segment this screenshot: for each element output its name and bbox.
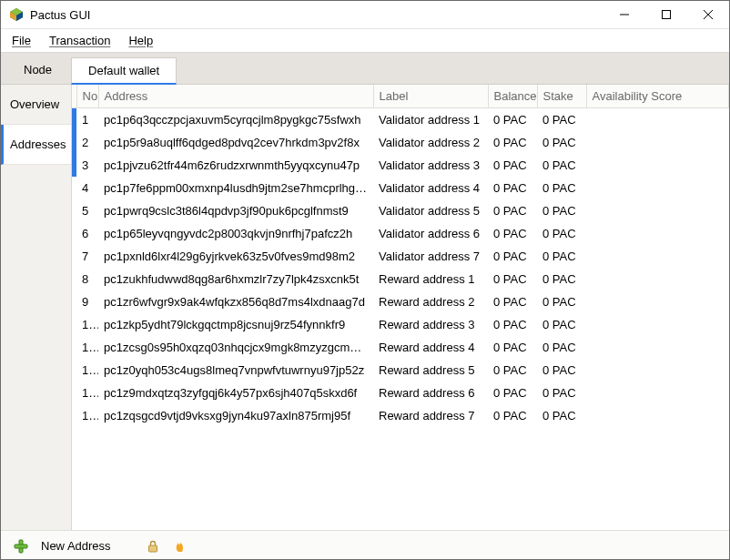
svg-rect-5 xyxy=(663,11,671,19)
new-address-button[interactable]: New Address xyxy=(41,539,111,553)
table-row[interactable]: 1pc1p6q3qcczpcjaxuvm5cyrqcjlm8pygkgc75sf… xyxy=(72,108,729,132)
table-row[interactable]: 3pc1pjvzu62tfr44m6z6rudzxrwnmth5yyqxcynu… xyxy=(72,154,729,177)
col-availability[interactable]: Availability Score xyxy=(586,85,729,108)
plus-icon[interactable] xyxy=(14,539,28,554)
tab-node[interactable]: Node xyxy=(6,56,69,84)
table-row[interactable]: 12pc1z0yqh053c4ugs8lmeq7vnpwfvtuwrnyu97j… xyxy=(72,359,729,382)
close-button[interactable] xyxy=(687,1,729,29)
menu-help[interactable]: Help xyxy=(127,32,155,49)
table-row[interactable]: 7pc1pxnld6lxr4l29g6yjrkvek63z5v0fves9md9… xyxy=(72,245,729,268)
table-row[interactable]: 2pc1p5r9a8uqlff6qdged8pdvq2cev7hrkdm3pv2… xyxy=(72,131,729,154)
col-stake[interactable]: Stake xyxy=(537,85,586,108)
flame-icon[interactable] xyxy=(173,539,188,554)
side-tab-addresses[interactable]: Addresses xyxy=(1,125,71,165)
titlebar: Pactus GUI xyxy=(1,1,729,29)
table-row[interactable]: 11pc1zcsg0s95h0xqzq03nhqcjcx9mgk8mzyzgcm… xyxy=(72,336,729,359)
table-header-row[interactable]: No Address Label Balance Stake Availabil… xyxy=(72,85,729,108)
menubar: File Transaction Help xyxy=(1,29,729,53)
table-row[interactable]: 9pc1zr6wfvgr9x9ak4wfqkzx856q8d7ms4lxdnaa… xyxy=(72,290,729,313)
side-tabs: Overview Addresses xyxy=(1,85,72,530)
col-label[interactable]: Label xyxy=(373,85,488,108)
table-row[interactable]: 4pc1p7fe6ppm00xmxnp4lusdh9jtm2se7hmcprlh… xyxy=(72,177,729,199)
tab-default-wallet[interactable]: Default wallet xyxy=(71,57,177,85)
svg-rect-10 xyxy=(148,545,157,552)
app-icon xyxy=(9,7,24,22)
svg-rect-9 xyxy=(15,545,27,548)
table-row[interactable]: 6pc1p65leyvqngyvdc2p8003qkvjn9nrfhj7pafc… xyxy=(72,222,729,245)
minimize-button[interactable] xyxy=(603,1,645,29)
table-row[interactable]: 10pc1zkp5ydht79lckgqctmp8jcsnuj9rz54fynn… xyxy=(72,313,729,336)
lock-icon[interactable] xyxy=(146,539,160,554)
side-tab-overview[interactable]: Overview xyxy=(1,85,71,125)
menu-transaction[interactable]: Transaction xyxy=(47,32,112,49)
col-no[interactable]: No xyxy=(76,85,98,108)
footer-toolbar: New Address xyxy=(1,530,729,560)
maximize-button[interactable] xyxy=(645,1,687,29)
col-balance[interactable]: Balance xyxy=(488,85,537,108)
table-row[interactable]: 14pc1zqsgcd9vtjd9vksxg9jyn4ku97axln875rm… xyxy=(72,404,729,427)
addresses-table[interactable]: No Address Label Balance Stake Availabil… xyxy=(72,85,729,530)
menu-file[interactable]: File xyxy=(10,32,33,49)
top-tabs: Node Default wallet xyxy=(1,53,729,85)
col-address[interactable]: Address xyxy=(98,85,373,108)
table-row[interactable]: 5pc1pwrq9cslc3t86l4qpdvp3jf90puk6pcglfnm… xyxy=(72,199,729,222)
window-title: Pactus GUI xyxy=(30,8,90,22)
table-row[interactable]: 13pc1z9mdxqtzq3zyfgqj6k4y57px6sjh407q5sk… xyxy=(72,382,729,404)
table-row[interactable]: 8pc1zukhfudwwd8qg8ar6hxmzlr7zy7lpk4zsxcn… xyxy=(72,268,729,290)
